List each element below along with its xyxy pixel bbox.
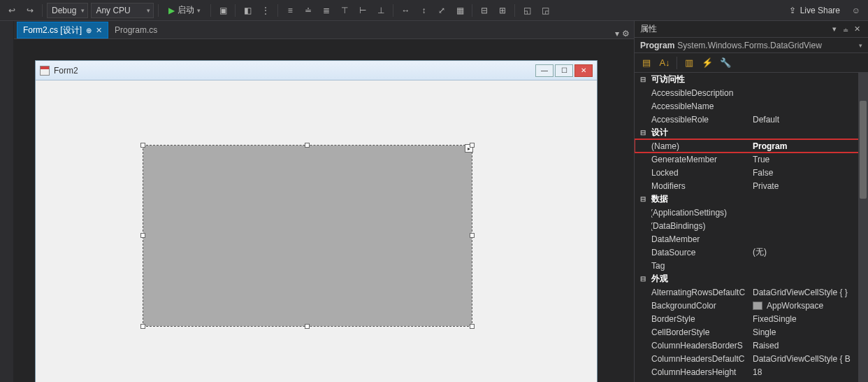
account-icon[interactable]: ☺ (848, 3, 864, 18)
property-row[interactable]: AlternatingRowsDefaultCDataGridViewCellS… (635, 285, 868, 299)
property-category[interactable]: ⊟可访问性 (635, 73, 868, 86)
close-icon[interactable]: ✕ (96, 26, 102, 35)
property-grid[interactable]: ⊟可访问性AccessibleDescriptionAccessibleName… (635, 73, 868, 382)
property-row[interactable]: ColumnHeadersDefaultCDataGridViewCellSty… (635, 352, 868, 365)
resize-handle[interactable] (140, 143, 145, 148)
property-value[interactable]: Raised (753, 341, 868, 351)
config-combo[interactable]: Debug (47, 3, 88, 18)
order-icon-2[interactable]: ◲ (537, 3, 553, 18)
property-value[interactable]: Program (753, 141, 868, 151)
alphabetical-icon[interactable]: A↓ (657, 55, 672, 71)
object-selector[interactable]: Program System.Windows.Forms.DataGridVie… (635, 38, 868, 53)
back-icon[interactable]: ↩ (4, 3, 20, 18)
close-icon[interactable]: ✕ (851, 24, 862, 34)
categorized-icon[interactable]: ▤ (639, 55, 654, 71)
size-icon-1[interactable]: ↔ (398, 3, 413, 18)
collapse-icon[interactable]: ⊟ (639, 275, 647, 283)
property-row[interactable]: LockedFalse (635, 166, 868, 179)
tab-form2-design[interactable]: Form2.cs [设计] ⊕ ✕ (17, 22, 108, 38)
property-category[interactable]: ⊟设计 (635, 126, 868, 139)
spacing-icon-2[interactable]: ⊞ (495, 3, 510, 18)
collapse-icon[interactable]: ⊟ (639, 129, 647, 136)
order-icon-1[interactable]: ◱ (519, 3, 535, 18)
live-share-button[interactable]: ⇪ Live Share (783, 6, 846, 15)
property-value[interactable]: DataGridViewCellStyle { B (753, 354, 868, 364)
property-row[interactable]: BackgroundColorAppWorkspace (635, 299, 868, 312)
property-row[interactable]: ⊞(ApplicationSettings) (635, 206, 868, 219)
property-row[interactable]: GenerateMemberTrue (635, 153, 868, 166)
resize-handle[interactable] (470, 233, 475, 238)
start-button[interactable]: ▶ 启动 ▾ (163, 3, 206, 18)
properties-panel-header: 属性 ▾ ⫨ ✕ (635, 21, 868, 38)
collapse-icon[interactable]: ⊟ (639, 195, 647, 203)
property-row[interactable]: DataSource(无) (635, 246, 868, 259)
resize-handle[interactable] (305, 324, 310, 329)
property-value[interactable]: True (753, 155, 868, 164)
size-icon-2[interactable]: ↕ (416, 3, 431, 18)
align-top-icon[interactable]: ⊤ (337, 3, 352, 18)
property-row[interactable]: DataMember (635, 232, 868, 246)
property-row[interactable]: ⊞(DataBindings) (635, 219, 868, 232)
scrollbar[interactable] (858, 73, 868, 382)
property-value[interactable]: AppWorkspace (753, 301, 868, 311)
property-row[interactable]: ModifiersPrivate (635, 179, 868, 192)
tab-program-cs[interactable]: Program.cs (108, 22, 164, 38)
align-mid-icon[interactable]: ⊢ (355, 3, 370, 18)
tabs-dropdown-icon[interactable]: ▾ (615, 29, 619, 38)
resize-handle[interactable] (305, 143, 310, 148)
align-left-icon[interactable]: ≡ (282, 3, 298, 18)
resize-handle[interactable] (140, 324, 145, 329)
resize-handle[interactable] (470, 143, 475, 148)
align-right-icon[interactable]: ≣ (319, 3, 334, 18)
form-window[interactable]: Form2 — ☐ ✕ ▸ (35, 60, 598, 382)
align-bot-icon[interactable]: ⊥ (373, 3, 389, 18)
property-row[interactable]: ColumnHeadersBorderSRaised (635, 339, 868, 352)
platform-combo[interactable]: Any CPU (91, 3, 154, 18)
property-row[interactable]: CellBorderStyleSingle (635, 325, 868, 339)
property-value[interactable]: Single (753, 327, 868, 337)
property-value[interactable]: (无) (753, 246, 868, 258)
minimize-icon[interactable]: — (535, 64, 554, 77)
resize-handle[interactable] (140, 233, 145, 238)
property-value[interactable]: Private (753, 181, 868, 191)
pin-icon[interactable]: ⊕ (86, 27, 92, 34)
dropdown-icon[interactable]: ▾ (829, 24, 840, 34)
tool-icon-2[interactable]: ◧ (240, 3, 255, 18)
form-client-area[interactable]: ▸ (36, 80, 597, 382)
collapse-icon[interactable]: ⊟ (639, 76, 647, 83)
property-value[interactable]: False (753, 168, 868, 178)
maximize-icon[interactable]: ☐ (555, 64, 573, 77)
spacing-icon-1[interactable]: ⊟ (477, 3, 492, 18)
datagridview-control[interactable]: ▸ (143, 146, 472, 326)
property-value[interactable]: DataGridViewCellStyle { } (753, 288, 868, 297)
property-value[interactable]: Default (753, 115, 868, 125)
left-dock-strip[interactable] (0, 21, 14, 382)
scrollbar-thumb[interactable] (860, 101, 867, 199)
tool-icon-1[interactable]: ▣ (215, 3, 231, 18)
property-row[interactable]: AccessibleDescription (635, 86, 868, 99)
size-icon-4[interactable]: ▦ (452, 3, 468, 18)
property-row[interactable]: Tag (635, 259, 868, 272)
property-category[interactable]: ⊟数据 (635, 192, 868, 206)
events-icon[interactable]: ⚡ (700, 55, 715, 71)
close-window-icon[interactable]: ✕ (574, 64, 593, 77)
property-value[interactable]: 18 (753, 367, 868, 377)
properties-icon[interactable]: ▥ (681, 55, 697, 71)
property-name: BorderStyle (651, 314, 753, 324)
tool-icon-3[interactable]: ⋮ (258, 3, 273, 18)
pin-icon[interactable]: ⫨ (840, 25, 851, 34)
property-row[interactable]: AccessibleRoleDefault (635, 113, 868, 126)
gear-icon[interactable]: ⚙ (622, 29, 630, 38)
resize-handle[interactable] (470, 324, 475, 329)
align-center-icon[interactable]: ≐ (301, 3, 316, 18)
design-surface[interactable]: Form2 — ☐ ✕ ▸ (14, 39, 634, 382)
forward-icon[interactable]: ↪ (22, 3, 38, 18)
property-row[interactable]: ColumnHeadersHeight18 (635, 365, 868, 379)
size-icon-3[interactable]: ⤢ (434, 3, 449, 18)
property-row[interactable]: (Name)Program (635, 139, 868, 153)
property-category[interactable]: ⊟外观 (635, 272, 868, 285)
property-value[interactable]: FixedSingle (753, 314, 868, 324)
property-row[interactable]: AccessibleName (635, 99, 868, 113)
property-row[interactable]: BorderStyleFixedSingle (635, 312, 868, 325)
wrench-icon[interactable]: 🔧 (718, 55, 733, 71)
